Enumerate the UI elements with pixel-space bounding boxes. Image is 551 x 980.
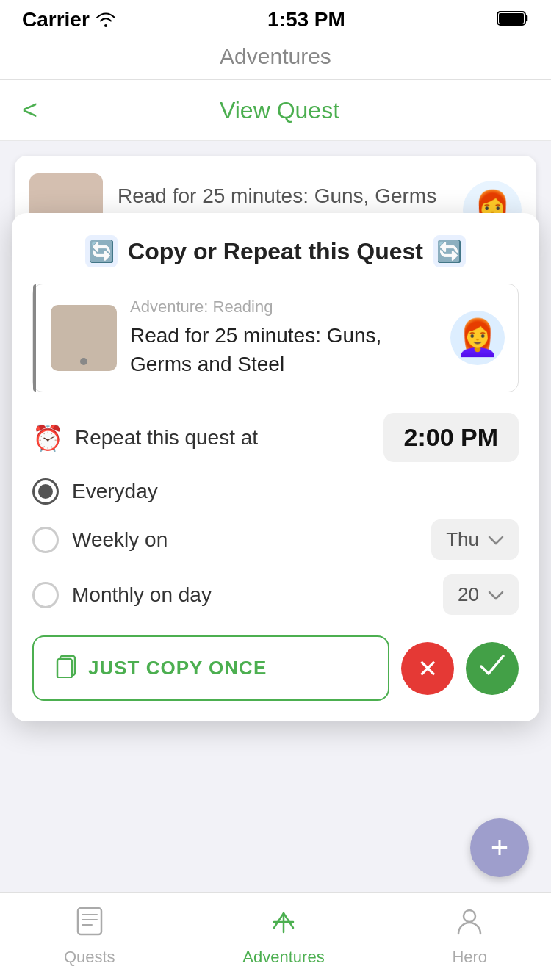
radio-weekly-circle[interactable] bbox=[32, 527, 59, 553]
copy-icon bbox=[54, 653, 78, 683]
weekly-dropdown-arrow bbox=[488, 530, 504, 550]
radio-monthly[interactable]: Monthly on day 20 bbox=[32, 574, 519, 615]
radio-monthly-circle[interactable] bbox=[32, 582, 59, 608]
quest-adventure-label: Adventure: Reading bbox=[130, 298, 437, 317]
hero-tab-icon bbox=[454, 906, 485, 943]
status-bar: Carrier 1:53 PM bbox=[0, 0, 551, 37]
tab-hero-label: Hero bbox=[452, 948, 487, 967]
view-quest-bar: < View Quest bbox=[0, 80, 551, 141]
alarm-icon: ⏰ bbox=[32, 423, 63, 453]
nav-title: Adventures bbox=[0, 44, 551, 69]
refresh-icon-left: 🔄 bbox=[85, 235, 118, 267]
repeat-row: ⏰ Repeat this quest at 2:00 PM bbox=[32, 413, 519, 462]
back-button[interactable]: < bbox=[22, 95, 37, 126]
view-quest-title: View Quest bbox=[52, 97, 507, 124]
status-time: 1:53 PM bbox=[267, 8, 345, 32]
tab-adventures[interactable]: Adventures bbox=[242, 906, 324, 967]
svg-rect-4 bbox=[78, 908, 101, 934]
quest-preview-info: Adventure: Reading Read for 25 minutes: … bbox=[130, 298, 437, 378]
adventures-tab-icon bbox=[268, 906, 299, 943]
quest-preview-title: Read for 25 minutes: Guns, Germs and Ste… bbox=[130, 321, 437, 378]
action-row: JUST COPY ONCE ✕ bbox=[32, 635, 519, 701]
radio-everyday-circle[interactable] bbox=[32, 478, 59, 505]
monthly-dropdown-value: 20 bbox=[458, 583, 479, 606]
modal-overlay: 🔄 Copy or Repeat this Quest 🔄 Adventure:… bbox=[0, 213, 551, 892]
svg-rect-1 bbox=[499, 13, 524, 24]
quest-preview-avatar: 👩‍🦰 bbox=[450, 311, 505, 365]
cancel-icon: ✕ bbox=[417, 654, 438, 683]
tab-hero[interactable]: Hero bbox=[452, 906, 487, 967]
tab-quests[interactable]: Quests bbox=[64, 906, 115, 967]
tab-adventures-label: Adventures bbox=[242, 948, 324, 967]
repeat-label: Repeat this quest at bbox=[75, 426, 372, 450]
weekly-dropdown[interactable]: Thu bbox=[431, 519, 519, 560]
svg-rect-3 bbox=[57, 659, 72, 678]
battery-icon bbox=[497, 8, 529, 32]
tab-quests-label: Quests bbox=[64, 948, 115, 967]
radio-weekly-label: Weekly on bbox=[72, 528, 168, 552]
radio-weekly[interactable]: Weekly on Thu bbox=[32, 519, 519, 560]
wifi-icon bbox=[96, 12, 116, 27]
radio-monthly-label: Monthly on day bbox=[72, 583, 212, 607]
just-copy-label: JUST COPY ONCE bbox=[88, 657, 267, 680]
refresh-icon-right: 🔄 bbox=[433, 235, 466, 267]
nav-header: Adventures bbox=[0, 37, 551, 80]
svg-point-9 bbox=[464, 910, 475, 922]
quests-tab-icon bbox=[74, 906, 105, 943]
modal-title-text: Copy or Repeat this Quest bbox=[128, 238, 423, 265]
quest-preview-bar bbox=[33, 284, 36, 392]
quest-preview-card: Adventure: Reading Read for 25 minutes: … bbox=[32, 284, 519, 392]
carrier-label: Carrier bbox=[22, 8, 116, 32]
modal-title-row: 🔄 Copy or Repeat this Quest 🔄 bbox=[32, 235, 519, 267]
monthly-dropdown[interactable]: 20 bbox=[443, 574, 519, 615]
confirm-icon bbox=[480, 654, 505, 682]
time-picker-button[interactable]: 2:00 PM bbox=[383, 413, 519, 462]
radio-everyday[interactable]: Everyday bbox=[32, 478, 519, 505]
confirm-button[interactable] bbox=[466, 642, 519, 695]
copy-repeat-modal: 🔄 Copy or Repeat this Quest 🔄 Adventure:… bbox=[12, 213, 539, 721]
tab-bar: Quests Adventures Hero bbox=[0, 892, 551, 980]
radio-everyday-label: Everyday bbox=[72, 480, 158, 503]
quest-preview-thumb bbox=[51, 305, 117, 371]
weekly-dropdown-value: Thu bbox=[446, 528, 479, 551]
just-copy-button[interactable]: JUST COPY ONCE bbox=[32, 635, 389, 701]
cancel-button[interactable]: ✕ bbox=[401, 642, 454, 695]
monthly-dropdown-arrow bbox=[488, 585, 504, 605]
